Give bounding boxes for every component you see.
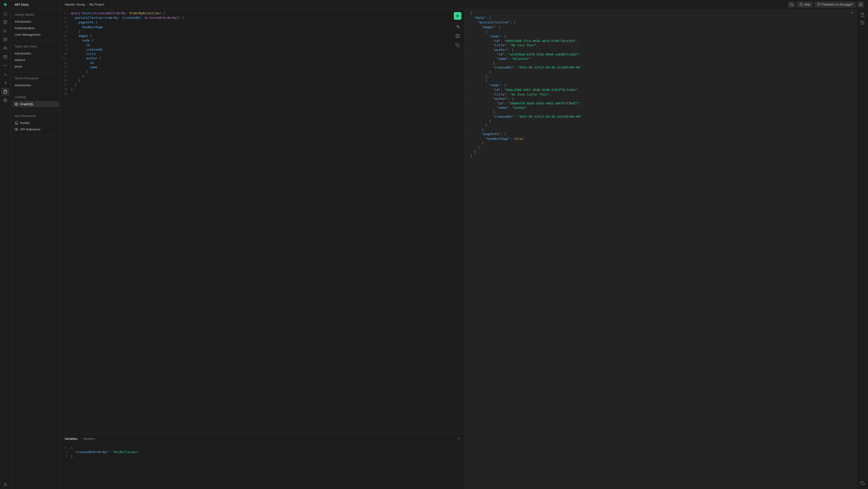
feedback-label: Feedback on this page? <box>822 3 853 6</box>
result-column: ▾{▾ "data": {▾ "postsCollection": {▾ "ed… <box>465 9 868 489</box>
run-button[interactable] <box>454 12 462 20</box>
variables-tabs: Variables Headers <box>61 434 464 444</box>
code-line: }, <box>465 110 857 114</box>
code-line: "name": "Alaister" <box>465 57 857 61</box>
add-tab-button[interactable] <box>850 11 854 14</box>
sidebar-section-title: More Resources <box>11 113 61 120</box>
code-line: 10 title <box>61 52 464 56</box>
sidebar-item-posts[interactable]: posts <box>11 63 61 70</box>
feedback-button[interactable]: Feedback on this page? <box>815 2 856 7</box>
nav-settings[interactable] <box>1 96 9 104</box>
nav-database[interactable] <box>1 36 9 43</box>
sidebar-section-title: GraphQL <box>11 94 61 101</box>
tab-variables[interactable]: Variables <box>65 437 78 440</box>
nav-home[interactable] <box>1 10 9 18</box>
nav-table-editor[interactable] <box>1 18 9 26</box>
code-line: } <box>465 123 857 127</box>
code-line: 6▾ edges { <box>61 34 464 38</box>
code-line: "hasNextPage": false <box>465 137 857 141</box>
topbar: Alaister Young / My Project Help Feedbac… <box>61 0 868 9</box>
book-open-icon <box>15 128 18 131</box>
sidebar-item-introduction[interactable]: Introduction <box>11 82 61 89</box>
plus-icon <box>850 11 854 14</box>
breadcrumb-org[interactable]: Alaister Young <box>65 3 85 6</box>
code-line: ▾ { <box>465 30 857 34</box>
sidebar-item-introduction[interactable]: Introduction <box>11 50 61 57</box>
code-line: } <box>465 150 857 154</box>
result-viewer[interactable]: ▾{▾ "data": {▾ "postsCollection": {▾ "ed… <box>465 9 857 489</box>
code-line: 9 createdAt <box>61 48 464 52</box>
notifications-button[interactable] <box>858 2 864 7</box>
code-line: ▾ "pageInfo": { <box>465 132 857 136</box>
query-editor[interactable]: 1▾query Posts($createdAtOrderBy: OrderBy… <box>61 9 464 433</box>
code-line: 12 id <box>61 61 464 65</box>
search-button[interactable] <box>788 2 795 7</box>
nav-api-docs[interactable] <box>1 88 9 95</box>
refetch-button[interactable] <box>859 479 866 487</box>
sidebar-item-guides[interactable]: Guides <box>11 120 61 126</box>
code-line: ▾ "node": { <box>465 34 857 39</box>
sidebar-item-api-reference[interactable]: API Reference <box>11 126 61 133</box>
svg-line-26 <box>792 5 793 6</box>
svg-point-18 <box>5 483 6 484</box>
sidebar-item-authors[interactable]: authors <box>11 57 61 63</box>
docs-explorer-button[interactable] <box>859 11 866 19</box>
code-line: ▾ "author": { <box>465 97 857 101</box>
merge-icon <box>456 34 460 38</box>
code-line: 5 } <box>61 29 464 34</box>
code-line: } <box>465 145 857 150</box>
history-button[interactable] <box>859 19 866 27</box>
book-icon <box>15 121 18 125</box>
sidebar-item-introduction[interactable]: Introduction <box>11 18 61 25</box>
nav-account[interactable] <box>1 481 9 489</box>
code-line: }, <box>465 74 857 79</box>
nav-edge-functions[interactable] <box>1 62 9 69</box>
code-line: 19 <box>61 92 464 96</box>
code-line: "id": "669e1908-ffca-4d2b-abfd-bf9b71bca… <box>465 39 857 43</box>
code-line: ▾ "author": { <box>465 48 857 52</box>
copy-button[interactable] <box>456 43 460 47</box>
code-line: ▾ "postsCollection": { <box>465 20 857 25</box>
sidebar-item-user-management[interactable]: User Management <box>11 31 61 38</box>
code-line: 4 hasNextPage <box>61 25 464 29</box>
code-line: 1▾query Posts($createdAtOrderBy: OrderBy… <box>61 11 464 16</box>
collapse-variables-button[interactable] <box>457 437 461 440</box>
docs-icon <box>860 13 865 17</box>
code-line: ], <box>465 127 857 132</box>
history-icon <box>860 21 865 25</box>
code-line: 11▾ author { <box>61 56 464 61</box>
svg-marker-3 <box>4 29 6 32</box>
copy-icon <box>456 43 460 47</box>
variables-pane: Variables Headers 1▾{2 "createdAtOrderBy… <box>61 433 464 489</box>
help-button[interactable]: Help <box>797 2 813 7</box>
sidebar-section-title: Stored Procedures <box>11 76 61 82</box>
code-line: 3▾ pageInfo { <box>61 20 464 25</box>
code-line: "id": "1bdc1588-1987-45db-92d8-6183ff6c7… <box>465 88 857 92</box>
graphiql-workspace: 1▾query Posts($createdAtOrderBy: OrderBy… <box>61 9 868 489</box>
code-line: 2▾ postsCollection(orderBy: {createdAt: … <box>61 16 464 20</box>
nav-storage[interactable] <box>1 53 9 61</box>
nav-reports[interactable] <box>1 70 9 78</box>
page-title: API Docs <box>11 0 61 9</box>
code-line: 17 } <box>61 83 464 87</box>
main-nav-rail <box>0 0 11 489</box>
breadcrumb-project[interactable]: My Project <box>89 3 104 6</box>
svg-point-5 <box>4 47 5 48</box>
code-line: "id": "a13549ad-b37d-433e-89e6-ce0d87cc5… <box>465 52 857 57</box>
tab-headers[interactable]: Headers <box>83 437 95 440</box>
code-line: 3} <box>61 454 464 459</box>
code-line: 7▾ node { <box>61 38 464 43</box>
logo[interactable] <box>0 0 11 9</box>
code-line: ▾ "node": { <box>465 83 857 88</box>
nav-auth[interactable] <box>1 44 9 52</box>
sidebar-item-graphiql[interactable]: GraphiQL <box>12 101 59 107</box>
code-line: 18} <box>61 87 464 91</box>
merge-button[interactable] <box>456 34 460 38</box>
sidebar-item-authentication[interactable]: Authentication <box>11 25 61 31</box>
nav-logs[interactable] <box>1 79 9 87</box>
code-line: "name": "Joshen" <box>465 105 857 110</box>
prettify-button[interactable] <box>456 25 460 29</box>
nav-sql-editor[interactable] <box>1 27 9 35</box>
help-icon <box>800 3 803 6</box>
variables-editor[interactable]: 1▾{2 "createdAtOrderBy": "AscNullsLast"3… <box>61 444 464 489</box>
